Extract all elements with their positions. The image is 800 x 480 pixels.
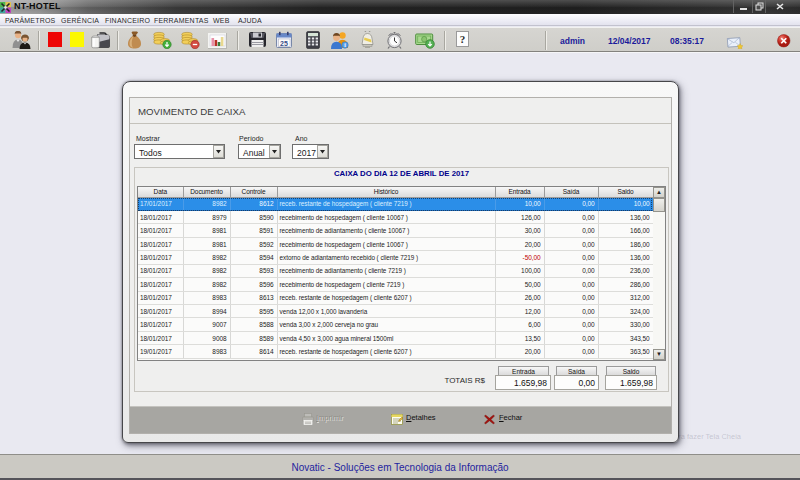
svg-text:25: 25 [280, 40, 288, 47]
svg-text:?: ? [460, 33, 466, 45]
